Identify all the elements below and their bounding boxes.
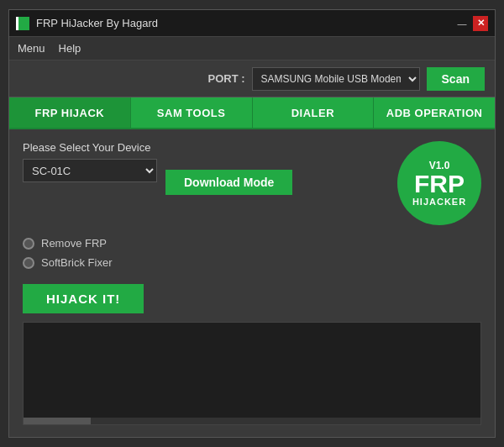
title-bar: FRP HiJacker By Hagard — ✕ xyxy=(9,10,495,37)
title-controls: — ✕ xyxy=(454,16,488,31)
close-button[interactable]: ✕ xyxy=(473,16,488,31)
window-title: FRP HiJacker By Hagard xyxy=(36,17,158,29)
scan-button[interactable]: Scan xyxy=(427,67,485,91)
tab-adb-operation[interactable]: ADB OPERATION xyxy=(374,97,495,128)
softbrick-fixer-label: SoftBrick Fixer xyxy=(41,256,113,269)
remove-frp-label: Remove FRP xyxy=(41,237,107,250)
download-mode-button[interactable]: Download Mode xyxy=(165,170,292,195)
options-section: Remove FRP SoftBrick Fixer HIJACK IT! xyxy=(23,237,481,313)
port-label: PORT : xyxy=(207,72,244,85)
content-area: Please Select Your Device SC-01C Downloa… xyxy=(9,129,495,437)
logo-frp-text: FRP xyxy=(414,171,465,197)
main-content: Please Select Your Device SC-01C Downloa… xyxy=(23,141,481,225)
logo-hijacker-text: HIJACKER xyxy=(412,197,466,207)
device-column: Please Select Your Device SC-01C xyxy=(23,141,157,182)
remove-frp-option: Remove FRP xyxy=(23,237,481,250)
tab-frp-hijack[interactable]: FRP HIJACK xyxy=(9,97,131,128)
port-bar: PORT : SAMSUNG Mobile USB Modem (i... Sc… xyxy=(9,60,495,97)
port-select[interactable]: SAMSUNG Mobile USB Modem (i... xyxy=(252,67,420,91)
softbrick-fixer-option: SoftBrick Fixer xyxy=(23,256,481,269)
help-menu-item[interactable]: Help xyxy=(59,42,81,55)
download-mode-section: Download Mode xyxy=(165,141,292,195)
title-bar-left: FRP HiJacker By Hagard xyxy=(16,17,158,30)
softbrick-fixer-radio[interactable] xyxy=(23,257,34,269)
menu-menu-item[interactable]: Menu xyxy=(18,42,45,55)
tab-dialer[interactable]: DIALER xyxy=(253,97,375,128)
log-area xyxy=(23,322,481,425)
remove-frp-radio[interactable] xyxy=(23,238,34,250)
hijack-button[interactable]: HIJACK IT! xyxy=(23,284,144,313)
menu-bar: Menu Help xyxy=(9,37,495,60)
frp-logo: V1.0 FRP HIJACKER xyxy=(397,141,481,225)
log-scrollbar-thumb[interactable] xyxy=(24,418,91,424)
main-window: FRP HiJacker By Hagard — ✕ Menu Help POR… xyxy=(8,9,496,438)
tab-sam-tools[interactable]: SAM TOOLS xyxy=(131,97,253,128)
minimize-button[interactable]: — xyxy=(454,16,470,31)
app-icon xyxy=(16,17,29,30)
tab-bar: FRP HIJACK SAM TOOLS DIALER ADB OPERATIO… xyxy=(9,97,495,129)
device-label: Please Select Your Device xyxy=(23,141,157,154)
log-scrollbar[interactable] xyxy=(24,418,480,424)
device-select[interactable]: SC-01C xyxy=(23,159,157,182)
